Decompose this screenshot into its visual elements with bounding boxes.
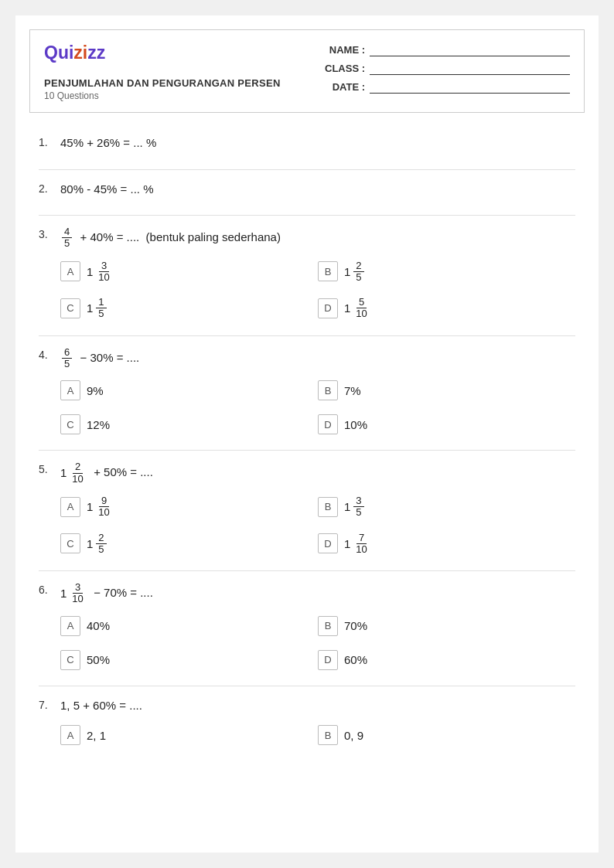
q3-fraction: 4 5	[62, 226, 72, 250]
q1-text: 45% + 26% = ... %	[60, 134, 575, 152]
q5-option-b: B 1 3 5	[318, 491, 575, 523]
name-line	[370, 43, 570, 56]
q4-options: A 9% B 7% C 12% D 10%	[60, 376, 575, 439]
q6-option-a: A 40%	[60, 611, 318, 641]
q7-num: 7.	[39, 697, 60, 711]
q4-row: 4. 6 5 − 30% = ....	[39, 347, 575, 370]
q7-option-b-label: B	[318, 725, 338, 745]
q4-option-d-text: 10%	[344, 418, 367, 431]
q3-text: 4 5 + 40% = .... (bentuk paling sederhan…	[60, 226, 575, 250]
q6-option-b-label: B	[318, 616, 338, 636]
q4-option-a: A 9%	[60, 376, 318, 405]
header-right: NAME : CLASS : DATE :	[322, 43, 570, 94]
q4-option-c-label: C	[60, 414, 80, 434]
class-line	[370, 61, 570, 75]
q3-option-a-text: 1 3 10	[87, 260, 114, 284]
q2-num: 2.	[39, 181, 60, 195]
q4-option-c-text: 12%	[87, 418, 110, 431]
question-7: 7. 1, 5 + 60% = .... A 2, 1 B 0, 9	[39, 697, 575, 761]
logo: Quizizz	[44, 43, 281, 63]
q5-options: A 1 9 10 B	[60, 491, 575, 560]
q5-option-a: A 1 9 10	[60, 491, 318, 523]
q5-option-c: C 1 2 5	[60, 528, 318, 560]
q3-option-d-label: D	[318, 298, 338, 318]
class-field-row: CLASS :	[322, 61, 570, 75]
q7-option-b: B 0, 9	[318, 720, 575, 750]
q6-num: 6.	[39, 582, 60, 596]
q1-row: 1. 45% + 26% = ... %	[39, 134, 575, 152]
question-2: 2. 80% - 45% = ... %	[39, 181, 575, 216]
q4-text: 6 5 − 30% = ....	[60, 347, 575, 370]
q5-row: 5. 1 2 10 + 50% = ....	[39, 461, 575, 485]
q6-option-d: D 60%	[318, 645, 575, 675]
q6-option-a-label: A	[60, 616, 80, 636]
q4-num: 4.	[39, 347, 60, 361]
q3-option-c: C 1 1 5	[60, 292, 318, 325]
q4-option-b-label: B	[318, 380, 338, 400]
q7-row: 7. 1, 5 + 60% = ....	[39, 697, 575, 715]
q4-option-d-label: D	[318, 414, 338, 434]
q6-option-b-text: 70%	[344, 619, 367, 632]
q3-option-b-text: 1 2 5	[344, 260, 366, 284]
q3-option-c-text: 1 1 5	[87, 297, 108, 320]
q7-text: 1, 5 + 60% = ....	[60, 697, 575, 715]
q5-num: 5.	[39, 461, 60, 475]
date-label: DATE :	[322, 81, 365, 93]
questions-container: 1. 45% + 26% = ... % 2. 80% - 45% = ... …	[15, 127, 599, 787]
name-label: NAME :	[322, 44, 365, 56]
q3-option-a: A 1 3 10	[60, 256, 318, 288]
logo-text: Quizizz	[44, 43, 105, 63]
q6-option-c-label: C	[60, 650, 80, 670]
q4-option-a-text: 9%	[87, 384, 104, 397]
date-field-row: DATE :	[322, 80, 570, 94]
q5-text: 1 2 10 + 50% = ....	[60, 461, 575, 485]
q7-option-a-label: A	[60, 725, 80, 745]
q6-options: A 40% B 70% C 50% D 60%	[60, 611, 575, 675]
q5-option-a-label: A	[60, 497, 80, 517]
class-label: CLASS :	[322, 63, 365, 74]
q7-option-a: A 2, 1	[60, 720, 318, 750]
q7-option-a-text: 2, 1	[87, 729, 106, 742]
header-left: Quizizz PENJUMLAHAN DAN PENGURANGAN PERS…	[44, 43, 281, 101]
q2-text: 80% - 45% = ... %	[60, 181, 575, 199]
date-line	[370, 80, 570, 94]
question-4: 4. 6 5 − 30% = .... A 9% B 7%	[39, 347, 575, 451]
q3-option-c-label: C	[60, 298, 80, 318]
q5-option-d-label: D	[318, 533, 338, 553]
q4-option-a-label: A	[60, 380, 80, 400]
q7-option-b-text: 0, 9	[344, 729, 363, 742]
name-field-row: NAME :	[322, 43, 570, 56]
q6-option-b: B 70%	[318, 611, 575, 641]
q3-options: A 1 3 10 B	[60, 256, 575, 325]
q6-option-d-label: D	[318, 650, 338, 670]
q6-option-c-text: 50%	[87, 653, 110, 666]
question-5: 5. 1 2 10 + 50% = .... A	[39, 461, 575, 571]
question-1: 1. 45% + 26% = ... %	[39, 134, 575, 170]
worksheet-title: PENJUMLAHAN DAN PENGURANGAN PERSEN	[44, 77, 281, 89]
q5-option-c-label: C	[60, 533, 80, 553]
q6-row: 6. 1 3 10 − 70% = ....	[39, 582, 575, 605]
q5-option-b-text: 1 3 5	[344, 495, 366, 519]
q4-fraction: 6 5	[62, 347, 72, 370]
q5-option-b-label: B	[318, 497, 338, 517]
q4-option-d: D 10%	[318, 410, 575, 439]
q3-option-b-label: B	[318, 261, 338, 281]
q3-row: 3. 4 5 + 40% = .... (bentuk paling seder…	[39, 226, 575, 250]
q4-option-b-text: 7%	[344, 384, 361, 397]
q3-option-d-text: 1 5 10	[344, 297, 371, 320]
header: Quizizz PENJUMLAHAN DAN PENGURANGAN PERS…	[29, 29, 585, 113]
q6-option-c: C 50%	[60, 645, 318, 675]
q5-option-d: D 1 7 10	[318, 528, 575, 560]
q3-option-d: D 1 5 10	[318, 292, 575, 325]
q6-option-a-text: 40%	[87, 619, 110, 632]
question-3: 3. 4 5 + 40% = .... (bentuk paling seder…	[39, 226, 575, 336]
q4-option-b: B 7%	[318, 376, 575, 405]
worksheet-subtitle: 10 Questions	[44, 90, 281, 101]
question-6: 6. 1 3 10 − 70% = .... A 40%	[39, 582, 575, 686]
q3-option-a-label: A	[60, 261, 80, 281]
q4-option-c: C 12%	[60, 410, 318, 439]
page: Quizizz PENJUMLAHAN DAN PENGURANGAN PERS…	[15, 15, 599, 853]
q6-text: 1 3 10 − 70% = ....	[60, 582, 575, 605]
q1-num: 1.	[39, 134, 60, 148]
q7-options: A 2, 1 B 0, 9	[60, 720, 575, 750]
